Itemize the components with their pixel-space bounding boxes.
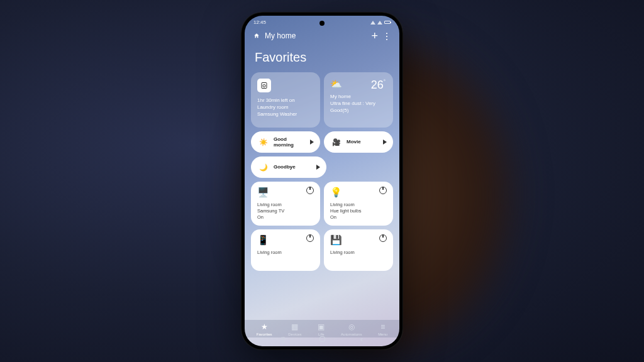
app-header: My home + ⋯	[245, 26, 399, 48]
status-time: 12:45	[253, 19, 266, 25]
scene-goodbye[interactable]: 🌙 Goodbye	[251, 156, 326, 178]
add-button[interactable]: +	[371, 30, 378, 41]
page-title: Favorites	[245, 48, 399, 72]
home-button[interactable]	[319, 336, 325, 342]
device-name: Hue light bulbs	[330, 208, 387, 214]
power-icon[interactable]	[306, 187, 314, 194]
weather-icon: ⛅	[330, 79, 342, 90]
power-icon[interactable]	[379, 234, 387, 242]
play-icon	[316, 165, 320, 170]
bulb-icon: 💡	[330, 187, 342, 198]
phone-screen: 12:45 My home + ⋯ Favorites 1hr 30min le…	[245, 16, 399, 346]
scene-good-morning[interactable]: ☀️ Good morning	[251, 131, 320, 153]
content-area: 1hr 30min left on Laundry room Samsung W…	[245, 72, 399, 312]
scene-label: Good morning	[274, 136, 306, 148]
camera-cutout	[319, 21, 325, 26]
device-state: On	[330, 214, 387, 221]
signal-icon	[370, 21, 375, 25]
device-room: Living room	[257, 202, 314, 208]
device-state: On	[257, 214, 314, 221]
android-nav-bar: ||| ‹	[245, 333, 399, 345]
home-icon	[253, 33, 260, 39]
device-room: Living room	[330, 202, 387, 208]
play-icon	[310, 140, 314, 145]
temperature: 26°	[371, 79, 386, 92]
home-name[interactable]: My home	[265, 31, 366, 40]
scene-label: Goodbye	[274, 164, 313, 170]
sun-icon: ☀️	[257, 136, 270, 148]
device-room: Living room	[330, 250, 387, 256]
washer-status-line1: 1hr 30min left on	[257, 97, 314, 104]
wifi-icon	[377, 21, 382, 25]
power-icon[interactable]	[306, 234, 314, 242]
device-hue[interactable]: 💡 Living room Hue light bulbs On	[324, 182, 393, 226]
air-quality: Ultra fine dust : Very Good(5)	[330, 101, 387, 114]
more-menu-icon[interactable]: ⋯	[382, 32, 391, 40]
weather-card[interactable]: ⛅ 26° My home Ultra fine dust : Very Goo…	[324, 72, 393, 128]
svg-point-1	[263, 85, 265, 87]
power-icon[interactable]	[379, 187, 387, 194]
star-icon: ★	[261, 322, 268, 331]
device-icon: 💾	[330, 234, 342, 246]
device-name: Samsung TV	[257, 208, 314, 214]
moon-icon: 🌙	[257, 161, 270, 173]
device-icon: 📱	[257, 234, 269, 246]
washer-name: Samsung Washer	[257, 111, 314, 118]
life-icon: ▣	[318, 322, 325, 331]
device-room: Living room	[257, 250, 314, 256]
device-card[interactable]: 💾 Living room	[324, 229, 393, 271]
phone-frame: 12:45 My home + ⋯ Favorites 1hr 30min le…	[241, 12, 403, 350]
washer-card[interactable]: 1hr 30min left on Laundry room Samsung W…	[251, 72, 320, 128]
tv-icon: 🖥️	[257, 187, 269, 198]
scene-label: Movie	[347, 139, 379, 145]
device-tv[interactable]: 🖥️ Living room Samsung TV On	[251, 182, 320, 226]
device-card[interactable]: 📱 Living room	[251, 229, 320, 271]
recents-button[interactable]: |||	[281, 336, 285, 343]
weather-location: My home	[330, 94, 387, 101]
scene-movie[interactable]: 🎥 Movie	[324, 131, 393, 153]
washer-room: Laundry room	[257, 104, 314, 111]
devices-icon: ▦	[291, 322, 298, 331]
back-button[interactable]: ‹	[360, 334, 363, 344]
play-icon	[383, 140, 387, 145]
svg-rect-0	[262, 83, 267, 89]
menu-icon: ≡	[380, 322, 385, 331]
movie-icon: 🎥	[330, 136, 343, 148]
automations-icon: ◎	[348, 322, 355, 331]
status-indicators	[370, 21, 391, 25]
washer-icon	[257, 79, 271, 92]
battery-icon	[384, 21, 391, 24]
